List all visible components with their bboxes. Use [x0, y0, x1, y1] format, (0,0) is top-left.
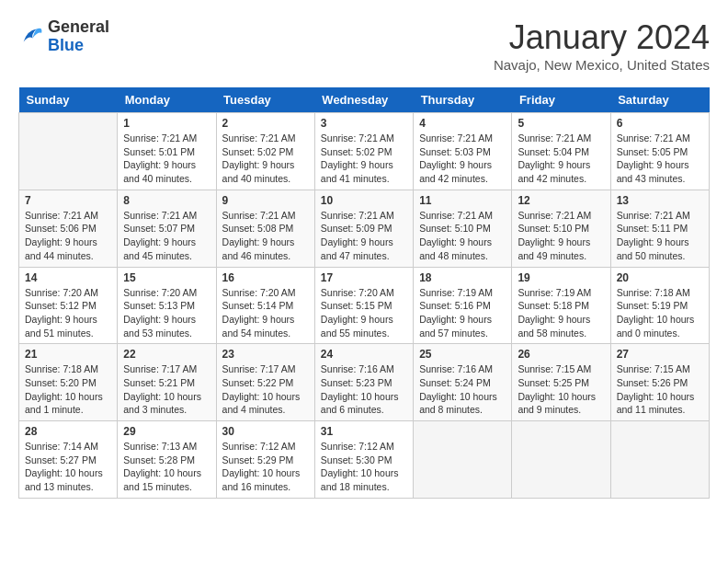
day-number: 29 [123, 425, 210, 438]
day-info: Sunrise: 7:21 AMSunset: 5:06 PMDaylight:… [25, 209, 111, 263]
month-title: January 2024 [494, 18, 710, 57]
calendar-cell: 19Sunrise: 7:19 AMSunset: 5:18 PMDayligh… [512, 267, 610, 344]
day-number: 8 [123, 194, 210, 207]
day-info: Sunrise: 7:20 AMSunset: 5:13 PMDaylight:… [123, 286, 210, 340]
day-info: Sunrise: 7:21 AMSunset: 5:10 PMDaylight:… [419, 209, 506, 263]
day-number: 28 [25, 425, 111, 438]
calendar-header-thursday: Thursday [414, 87, 512, 113]
day-number: 10 [321, 194, 407, 207]
day-info: Sunrise: 7:17 AMSunset: 5:21 PMDaylight:… [123, 362, 210, 417]
calendar-cell: 31Sunrise: 7:12 AMSunset: 5:30 PMDayligh… [314, 421, 413, 499]
day-number: 30 [222, 425, 309, 438]
day-number: 20 [617, 271, 703, 284]
day-info: Sunrise: 7:21 AMSunset: 5:02 PMDaylight:… [222, 132, 309, 186]
day-info: Sunrise: 7:16 AMSunset: 5:23 PMDaylight:… [321, 362, 407, 417]
calendar-cell [512, 421, 610, 499]
day-number: 7 [25, 194, 111, 207]
day-number: 12 [518, 194, 604, 207]
calendar-cell: 16Sunrise: 7:20 AMSunset: 5:14 PMDayligh… [216, 267, 314, 344]
day-info: Sunrise: 7:16 AMSunset: 5:24 PMDaylight:… [419, 362, 506, 417]
calendar-header-sunday: Sunday [19, 87, 118, 113]
day-number: 17 [321, 271, 407, 284]
day-info: Sunrise: 7:19 AMSunset: 5:16 PMDaylight:… [419, 286, 506, 340]
calendar-cell: 4Sunrise: 7:21 AMSunset: 5:03 PMDaylight… [414, 113, 512, 190]
day-number: 5 [518, 117, 604, 130]
day-info: Sunrise: 7:15 AMSunset: 5:26 PMDaylight:… [617, 362, 703, 417]
logo: General Blue [18, 18, 109, 55]
day-info: Sunrise: 7:14 AMSunset: 5:27 PMDaylight:… [25, 440, 111, 494]
calendar-cell: 23Sunrise: 7:17 AMSunset: 5:22 PMDayligh… [216, 344, 314, 421]
calendar-week-5: 28Sunrise: 7:14 AMSunset: 5:27 PMDayligh… [19, 421, 710, 499]
day-info: Sunrise: 7:19 AMSunset: 5:18 PMDaylight:… [518, 286, 604, 340]
calendar-cell: 28Sunrise: 7:14 AMSunset: 5:27 PMDayligh… [19, 421, 118, 499]
day-info: Sunrise: 7:21 AMSunset: 5:03 PMDaylight:… [419, 132, 506, 186]
day-number: 15 [123, 271, 210, 284]
calendar-cell: 12Sunrise: 7:21 AMSunset: 5:10 PMDayligh… [512, 190, 610, 267]
calendar-header: SundayMondayTuesdayWednesdayThursdayFrid… [19, 87, 710, 113]
calendar-cell: 8Sunrise: 7:21 AMSunset: 5:07 PMDaylight… [118, 190, 216, 267]
calendar-header-monday: Monday [118, 87, 216, 113]
calendar-cell: 15Sunrise: 7:20 AMSunset: 5:13 PMDayligh… [118, 267, 216, 344]
calendar-week-3: 14Sunrise: 7:20 AMSunset: 5:12 PMDayligh… [19, 267, 710, 344]
day-info: Sunrise: 7:20 AMSunset: 5:15 PMDaylight:… [321, 286, 407, 340]
calendar-cell [610, 421, 709, 499]
day-info: Sunrise: 7:20 AMSunset: 5:14 PMDaylight:… [222, 286, 309, 340]
day-number: 3 [321, 117, 407, 130]
calendar-cell: 29Sunrise: 7:13 AMSunset: 5:28 PMDayligh… [118, 421, 216, 499]
day-info: Sunrise: 7:18 AMSunset: 5:19 PMDaylight:… [617, 286, 703, 340]
logo-general-text: General [48, 17, 109, 36]
day-number: 14 [25, 271, 111, 284]
calendar-header-friday: Friday [512, 87, 610, 113]
calendar-cell: 24Sunrise: 7:16 AMSunset: 5:23 PMDayligh… [314, 344, 413, 421]
calendar-cell: 20Sunrise: 7:18 AMSunset: 5:19 PMDayligh… [610, 267, 709, 344]
day-number: 22 [123, 348, 210, 361]
day-number: 2 [222, 117, 309, 130]
day-number: 1 [123, 117, 210, 130]
calendar-cell: 3Sunrise: 7:21 AMSunset: 5:02 PMDaylight… [314, 113, 413, 190]
calendar-cell: 18Sunrise: 7:19 AMSunset: 5:16 PMDayligh… [414, 267, 512, 344]
day-info: Sunrise: 7:21 AMSunset: 5:01 PMDaylight:… [123, 132, 210, 186]
day-info: Sunrise: 7:21 AMSunset: 5:05 PMDaylight:… [617, 132, 703, 186]
day-info: Sunrise: 7:13 AMSunset: 5:28 PMDaylight:… [123, 440, 210, 494]
day-number: 24 [321, 348, 407, 361]
day-number: 11 [419, 194, 506, 207]
calendar-cell: 30Sunrise: 7:12 AMSunset: 5:29 PMDayligh… [216, 421, 314, 499]
calendar-cell [414, 421, 512, 499]
day-info: Sunrise: 7:15 AMSunset: 5:25 PMDaylight:… [518, 362, 604, 417]
calendar-cell: 21Sunrise: 7:18 AMSunset: 5:20 PMDayligh… [19, 344, 118, 421]
day-info: Sunrise: 7:21 AMSunset: 5:08 PMDaylight:… [222, 209, 309, 263]
calendar-cell: 6Sunrise: 7:21 AMSunset: 5:05 PMDaylight… [610, 113, 709, 190]
calendar-cell: 14Sunrise: 7:20 AMSunset: 5:12 PMDayligh… [19, 267, 118, 344]
calendar-cell: 10Sunrise: 7:21 AMSunset: 5:09 PMDayligh… [314, 190, 413, 267]
day-info: Sunrise: 7:21 AMSunset: 5:04 PMDaylight:… [518, 132, 604, 186]
calendar-cell: 7Sunrise: 7:21 AMSunset: 5:06 PMDaylight… [19, 190, 118, 267]
calendar-cell: 1Sunrise: 7:21 AMSunset: 5:01 PMDaylight… [118, 113, 216, 190]
day-info: Sunrise: 7:21 AMSunset: 5:02 PMDaylight:… [321, 132, 407, 186]
day-info: Sunrise: 7:17 AMSunset: 5:22 PMDaylight:… [222, 362, 309, 417]
calendar-week-2: 7Sunrise: 7:21 AMSunset: 5:06 PMDaylight… [19, 190, 710, 267]
calendar-cell [19, 113, 118, 190]
calendar-week-4: 21Sunrise: 7:18 AMSunset: 5:20 PMDayligh… [19, 344, 710, 421]
day-number: 13 [617, 194, 703, 207]
day-number: 26 [518, 348, 604, 361]
calendar-cell: 13Sunrise: 7:21 AMSunset: 5:11 PMDayligh… [610, 190, 709, 267]
day-number: 23 [222, 348, 309, 361]
day-number: 18 [419, 271, 506, 284]
day-number: 6 [617, 117, 703, 130]
day-number: 27 [617, 348, 703, 361]
page-header: General Blue January 2024 Navajo, New Me… [18, 18, 710, 73]
calendar-header-saturday: Saturday [610, 87, 709, 113]
day-info: Sunrise: 7:12 AMSunset: 5:29 PMDaylight:… [222, 440, 309, 494]
logo-bird-icon [18, 24, 44, 50]
day-info: Sunrise: 7:18 AMSunset: 5:20 PMDaylight:… [25, 362, 111, 417]
day-number: 16 [222, 271, 309, 284]
location-text: Navajo, New Mexico, United States [494, 57, 710, 73]
day-number: 21 [25, 348, 111, 361]
day-number: 25 [419, 348, 506, 361]
calendar-header-wednesday: Wednesday [314, 87, 413, 113]
calendar-cell: 5Sunrise: 7:21 AMSunset: 5:04 PMDaylight… [512, 113, 610, 190]
calendar-cell: 2Sunrise: 7:21 AMSunset: 5:02 PMDaylight… [216, 113, 314, 190]
calendar-cell: 26Sunrise: 7:15 AMSunset: 5:25 PMDayligh… [512, 344, 610, 421]
calendar-cell: 27Sunrise: 7:15 AMSunset: 5:26 PMDayligh… [610, 344, 709, 421]
day-info: Sunrise: 7:21 AMSunset: 5:07 PMDaylight:… [123, 209, 210, 263]
